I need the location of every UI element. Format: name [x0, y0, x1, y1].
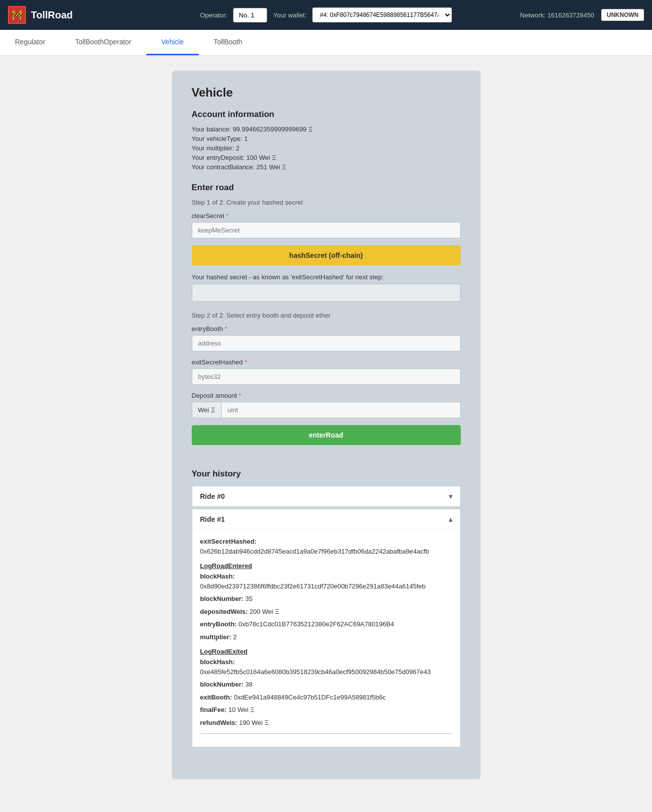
account-info-title: Account information [192, 110, 461, 119]
ride-1-accordion: Ride #1 ▴ exitSecretHashed: 0x626b12dab9… [192, 509, 461, 747]
log-entered-block-hash: blockHash: 0x8d90ed239712386f6ffdbc23f2e… [200, 572, 452, 591]
nav-tollbooth[interactable]: TollBooth [199, 30, 258, 55]
exit-secret-hashed-field-label: exitSecretHashed: [200, 538, 257, 545]
ride-0-chevron: ▾ [449, 492, 452, 500]
log-exited-final-fee: finalFee: 10 Wei Ξ [200, 705, 452, 715]
nav-regulator[interactable]: Regulator [0, 30, 60, 55]
deposit-amount-label: Deposit amount * [192, 392, 461, 399]
operator-select-wrapper[interactable]: No. 1 [234, 8, 267, 22]
header-center: Operator: No. 1 Your wallet: #4: 0xF807c… [200, 7, 452, 22]
header-right: Network: 1616263728450 UNKNOWN [520, 9, 644, 21]
ride-1-label: Ride #1 [200, 515, 225, 523]
log-entered-multiplier: multiplier: 2 [200, 632, 452, 642]
ride-0-header[interactable]: Ride #0 ▾ [192, 486, 460, 506]
ride-1-chevron: ▴ [449, 515, 452, 523]
network-badge: UNKNOWN [601, 9, 644, 21]
deposit-row: Wei Ξ [192, 402, 461, 418]
hashed-label: Your hashed secret - as known as 'exitSe… [192, 273, 461, 281]
ride-0-accordion: Ride #0 ▾ [192, 486, 461, 507]
log-exited-refund-weis: refundWeis: 190 Wei Ξ [200, 718, 452, 728]
log-exited-block-number: blockNumber: 38 [200, 680, 452, 690]
exit-secret-input[interactable] [192, 368, 461, 385]
account-info-section: Account information Your balance: 99.994… [192, 110, 461, 171]
page-title: Vehicle [192, 86, 461, 100]
history-title: Your history [192, 469, 461, 479]
enter-road-button[interactable]: enterRoad [192, 425, 461, 445]
ride-1-content: exitSecretHashed: 0x626b12dab946cdd2d874… [192, 529, 460, 747]
main-content: Vehicle Account information Your balance… [172, 71, 481, 779]
log-entered-deposited-weis: depositedWeis: 200 Wei Ξ [200, 607, 452, 617]
hashed-output [192, 284, 461, 302]
clear-secret-input[interactable] [192, 222, 461, 238]
exit-secret-hashed-field-value: 0x626b12dab946cdd2d8745eacd1a9a0e7f96eb3… [200, 548, 429, 555]
log-road-entered-title: LogRoadEntered [200, 562, 452, 570]
deposit-prefix: Wei Ξ [192, 402, 221, 418]
exit-secret-label: exitSecretHashed * [192, 358, 461, 366]
log-entered-block-number: blockNumber: 35 [200, 594, 452, 604]
exit-secret-hashed-row: exitSecretHashed: 0x626b12dab946cdd2d874… [200, 537, 452, 556]
enter-road-section: Enter road Step 1 of 2: Create your hash… [192, 183, 461, 457]
wallet-select[interactable]: #4: 0xF807c7948674E598898561177B5647AB0d… [312, 7, 452, 22]
history-section: Your history Ride #0 ▾ Ride #1 ▴ exitSec… [192, 469, 461, 747]
entry-booth-label: entryBooth * [192, 325, 461, 333]
wallet-label: Your wallet: [273, 11, 307, 19]
logo-area: 🚧 TollRoad [8, 6, 73, 24]
step1-label: Step 1 of 2: Create your hashed secret [192, 199, 461, 206]
log-exited-block-hash: blockHash: 0xe485fe52fb5c0164a6e6080b395… [200, 657, 452, 677]
step2-label: Step 2 of 2: Select entry booth and depo… [192, 312, 461, 319]
contract-balance-text: Your contractBalance: 251 Wei Ξ [192, 163, 461, 171]
log-road-exited-title: LogRoadExited [200, 648, 452, 655]
deposit-input[interactable] [221, 402, 461, 418]
clear-secret-label: clearSecret * [192, 212, 461, 220]
log-exited-exit-booth: exitBooth: 0xdEe941a948849Ce4c97b51DFc1e… [200, 693, 452, 702]
hash-secret-button[interactable]: hashSecret (off-chain) [192, 245, 461, 265]
header: 🚧 TollRoad Operator: No. 1 Your wallet: … [0, 0, 652, 30]
entry-booth-input[interactable] [192, 335, 461, 351]
multiplier-text: Your multiplier: 2 [192, 144, 461, 152]
vehicle-type-text: Your vehicleType: 1 [192, 135, 461, 142]
log-entered-entry-booth: entryBooth: 0xb78c1Cdc01B77635212380e2F6… [200, 619, 452, 629]
ride-1-header[interactable]: Ride #1 ▴ [192, 509, 460, 529]
operator-select[interactable]: No. 1 [234, 8, 267, 22]
balance-text: Your balance: 99.994662359999999699 Ξ [192, 125, 461, 133]
required-marker: * [224, 212, 229, 220]
nav: Regulator TollBoothOperator Vehicle Toll… [0, 30, 652, 56]
entry-deposit-text: Your entryDeposit: 100 Wei Ξ [192, 154, 461, 161]
ride-0-label: Ride #0 [200, 492, 225, 500]
app-title: TollRoad [31, 9, 73, 21]
network-info: Network: 1616263728450 [520, 11, 594, 19]
nav-vehicle[interactable]: Vehicle [146, 30, 199, 55]
operator-label: Operator: [200, 11, 228, 19]
nav-tollbooth-operator[interactable]: TollBoothOperator [60, 30, 146, 55]
logo-icon: 🚧 [8, 6, 26, 24]
enter-road-title: Enter road [192, 183, 461, 193]
